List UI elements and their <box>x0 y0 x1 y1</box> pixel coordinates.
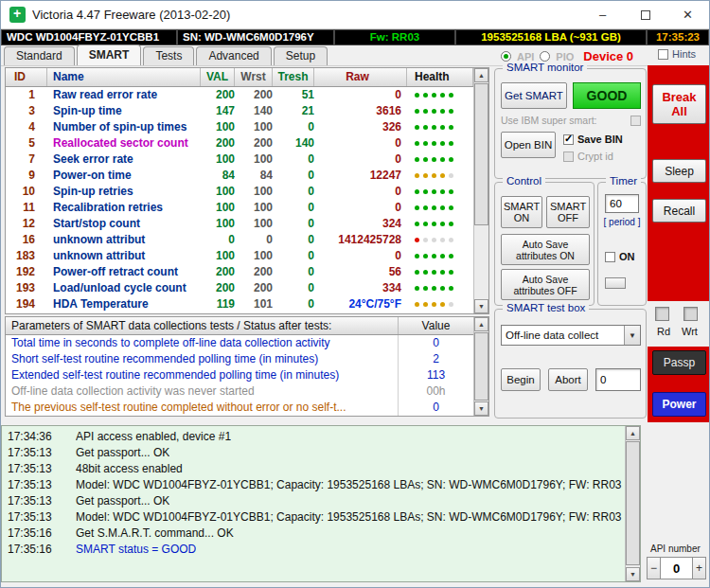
health-dot <box>432 238 436 242</box>
power-button[interactable]: Power <box>652 392 706 417</box>
parameter-row[interactable]: Off-line data collection activity was ne… <box>6 383 473 400</box>
tab-setup[interactable]: Setup <box>274 46 328 65</box>
abort-button[interactable]: Abort <box>548 368 588 391</box>
smart-attribute-row[interactable]: 16unknown attribut0001412425728 <box>6 232 473 248</box>
maximize-button[interactable] <box>624 1 666 28</box>
smart-on-button[interactable]: SMART ON <box>501 196 542 228</box>
header-health[interactable]: Health <box>407 68 473 86</box>
health-dot <box>415 189 419 194</box>
tab-advanced[interactable]: Advanced <box>196 46 271 65</box>
smart-attribute-row[interactable]: 9Power-on time8484012247 <box>6 168 473 184</box>
attr-id: 193 <box>6 280 47 296</box>
test-type-dropdown[interactable]: Off-line data collect ▼ <box>501 325 641 346</box>
timer-value-input[interactable]: 60 <box>605 194 639 213</box>
smart-attribute-row[interactable]: 4Number of spin-up times1001000326 <box>6 119 473 135</box>
autosave-off-button[interactable]: Auto Save attributes OFF <box>501 269 590 300</box>
smart-attribute-row[interactable]: 12Start/stop count1001000324 <box>6 216 473 232</box>
timer-mini-button[interactable] <box>605 277 626 289</box>
smart-attribute-row[interactable]: 183unknown attribut10010000 <box>6 248 473 264</box>
health-dot <box>415 254 419 258</box>
scroll-down-icon[interactable]: ▼ <box>474 299 488 313</box>
scroll-up-icon[interactable]: ▲ <box>474 317 488 331</box>
chevron-down-icon[interactable]: ▼ <box>624 326 640 345</box>
attr-health <box>407 168 473 184</box>
begin-button[interactable]: Begin <box>501 368 541 391</box>
smart-table-scrollbar[interactable]: ▲ ▼ <box>473 68 488 313</box>
write-led-label: Wrt <box>682 326 698 337</box>
scroll-up-icon[interactable]: ▲ <box>626 426 640 440</box>
header-name[interactable]: Name <box>47 68 201 86</box>
header-raw[interactable]: Raw <box>314 68 407 86</box>
log-area[interactable]: 17:34:36API access enabled, device #117:… <box>1 425 641 582</box>
attr-id: 12 <box>6 216 47 232</box>
minimize-button[interactable]: – <box>581 1 624 28</box>
health-dot <box>440 286 445 291</box>
scrollbar-thumb[interactable] <box>626 441 640 565</box>
app-window: Victoria 4.47 Freeware (2013-02-20) – ✕ … <box>0 0 710 588</box>
log-line: 17:34:36API access enabled, device #1 <box>8 429 623 445</box>
close-button[interactable]: ✕ <box>666 1 709 28</box>
pio-radio[interactable] <box>540 51 550 62</box>
smart-attribute-row[interactable]: 10Spin-up retries10010000 <box>6 184 473 200</box>
smart-attribute-row[interactable]: 3Spin-up time147140213616 <box>6 103 473 119</box>
smart-attribute-row[interactable]: 193Load/unload cycle count2002000334 <box>6 280 473 296</box>
tab-standard[interactable]: Standard <box>4 46 75 65</box>
health-dot <box>432 254 436 258</box>
clock: 17:35:23 <box>647 29 709 45</box>
sleep-button[interactable]: Sleep <box>652 159 706 183</box>
attr-id: 4 <box>6 119 47 135</box>
params-table-scrollbar[interactable]: ▲ ▼ <box>473 317 488 416</box>
scroll-down-icon[interactable]: ▼ <box>474 401 488 416</box>
smart-attribute-row[interactable]: 7Seek error rate10010000 <box>6 151 473 168</box>
parameter-row[interactable]: Total time in seconds to complete off-li… <box>6 335 473 351</box>
break-all-button[interactable]: Break All <box>652 84 706 124</box>
parameter-row[interactable]: Extended self-test routine recommended p… <box>6 367 473 383</box>
attr-val: 100 <box>201 216 235 232</box>
api-number-value[interactable]: 0 <box>661 557 692 579</box>
health-dot <box>415 173 419 178</box>
parameter-row[interactable]: Short self-test routine recommended poll… <box>6 351 473 367</box>
spinner-plus-button[interactable]: + <box>692 557 706 579</box>
header-wrst[interactable]: Wrst <box>235 68 273 86</box>
scrollbar-thumb[interactable] <box>474 332 488 401</box>
hints-checkbox[interactable] <box>658 49 668 60</box>
timer-on-checkbox[interactable] <box>605 252 615 262</box>
parameter-row[interactable]: The previous self-test routine completed… <box>6 400 473 416</box>
smart-parameters-table: Parameters of SMART data collections tes… <box>5 316 489 417</box>
log-scrollbar[interactable]: ▲ ▼ <box>625 426 640 581</box>
attr-wrst: 101 <box>235 296 273 312</box>
smart-attribute-row[interactable]: 1Raw read error rate200200510 <box>6 87 473 103</box>
header-tresh[interactable]: Tresh <box>273 68 314 86</box>
tab-tests[interactable]: Tests <box>143 46 194 65</box>
open-bin-button[interactable]: Open BIN <box>501 132 556 158</box>
save-bin-checkbox[interactable] <box>563 134 574 145</box>
log-line: 17:35:13Model: WDC WD1004FBYZ-01YCBB1; C… <box>8 509 623 526</box>
smart-attribute-row[interactable]: 194HDA Temperature119101024°C/75°F <box>6 296 473 312</box>
spinner-minus-button[interactable]: − <box>647 557 661 579</box>
crypt-id-checkbox[interactable] <box>563 151 574 162</box>
passport-button[interactable]: Passp <box>652 350 706 375</box>
scrollbar-thumb[interactable] <box>474 83 488 225</box>
recall-button[interactable]: Recall <box>652 199 706 223</box>
mode-row: API PIO Device 0 <box>501 49 633 63</box>
test-count-field[interactable]: 0 <box>595 368 641 391</box>
attr-wrst: 200 <box>235 280 273 296</box>
smart-off-button[interactable]: SMART OFF <box>546 196 590 228</box>
device-serial: SN: WD-WMC6M0D1796Y <box>177 29 334 45</box>
get-smart-button[interactable]: Get SMART <box>501 82 567 109</box>
parameter-value: 2 <box>398 351 473 367</box>
health-dot <box>423 222 428 226</box>
log-line: 17:35:13Model: WDC WD1004FBYZ-01YCBB1; C… <box>8 477 623 493</box>
smart-attribute-row[interactable]: 5Reallocated sector count2002001400 <box>6 135 473 151</box>
smart-attribute-row[interactable]: 192Power-off retract count200200056 <box>6 264 473 280</box>
parameter-text: Total time in seconds to complete off-li… <box>6 335 398 351</box>
header-val[interactable]: VAL <box>201 68 235 86</box>
tab-smart[interactable]: SMART <box>77 45 142 65</box>
api-radio[interactable] <box>501 51 511 62</box>
scroll-down-icon[interactable]: ▼ <box>626 567 640 581</box>
header-id[interactable]: ID <box>6 68 47 86</box>
smart-attribute-row[interactable]: 11Recalibration retries10010000 <box>6 200 473 216</box>
ibm-smart-checkbox[interactable] <box>630 116 641 126</box>
scroll-up-icon[interactable]: ▲ <box>474 68 488 82</box>
autosave-on-button[interactable]: Auto Save attributes ON <box>501 234 590 265</box>
